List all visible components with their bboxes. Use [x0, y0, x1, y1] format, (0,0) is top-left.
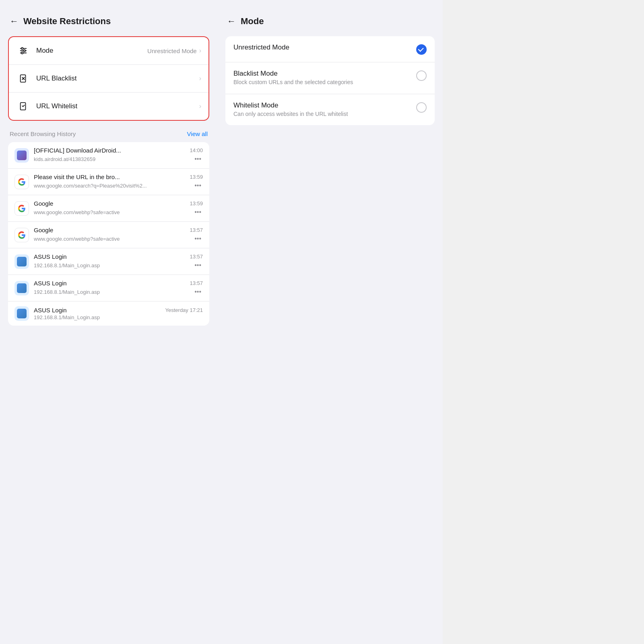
history-time: 13:59	[190, 174, 203, 180]
history-title: Please visit the URL in the bro...	[34, 173, 120, 180]
history-title: Google	[34, 227, 53, 233]
google-icon	[14, 175, 29, 189]
mode-settings-item[interactable]: Mode Unrestricted Mode ›	[9, 37, 208, 64]
history-time: 13:57	[190, 280, 203, 286]
blacklist-mode-label: Blacklist Mode	[233, 70, 416, 78]
history-item[interactable]: Google 13:57 www.google.com/webhp?safe=a…	[8, 221, 209, 248]
history-url: 192.168.8.1/Main_Login.asp	[34, 262, 100, 268]
svg-point-4	[23, 50, 25, 52]
whitelist-mode-text: Whitelist Mode Can only access websites …	[233, 101, 416, 118]
view-all-button[interactable]: View all	[187, 130, 208, 137]
history-time: 13:57	[190, 254, 203, 260]
history-time: 13:57	[190, 227, 203, 233]
history-item[interactable]: Please visit the URL in the bro... 13:59…	[8, 168, 209, 195]
history-item[interactable]: [OFFICIAL] Download AirDroid... 14:00 ki…	[8, 142, 209, 168]
whitelist-mode-label: Whitelist Mode	[233, 101, 416, 109]
asus-icon	[14, 254, 29, 269]
history-title: ASUS Login	[34, 253, 67, 260]
history-url: www.google.com/search?q=Please%20visit%2…	[34, 183, 147, 189]
history-section-header: Recent Browsing History View all	[8, 130, 209, 137]
history-content: [OFFICIAL] Download AirDroid... 14:00 ki…	[34, 147, 203, 163]
history-item[interactable]: ASUS Login 13:57 192.168.8.1/Main_Login.…	[8, 248, 209, 275]
history-url: www.google.com/webhp?safe=active	[34, 236, 120, 242]
right-back-button[interactable]: ←	[227, 16, 236, 27]
history-url: 192.168.8.1/Main_Login.asp	[34, 314, 100, 320]
sliders-icon	[16, 43, 31, 58]
whitelist-mode-radio[interactable]	[416, 102, 427, 113]
history-content: Please visit the URL in the bro... 13:59…	[34, 173, 203, 190]
unrestricted-mode-radio[interactable]	[416, 44, 427, 55]
history-title: [OFFICIAL] Download AirDroid...	[34, 147, 121, 154]
unrestricted-mode-item[interactable]: Unrestricted Mode	[225, 36, 435, 62]
whitelist-mode-item[interactable]: Whitelist Mode Can only access websites …	[225, 94, 435, 126]
url-whitelist-label: URL Whitelist	[36, 102, 199, 110]
blacklist-mode-item[interactable]: Blacklist Mode Block custom URLs and the…	[225, 62, 435, 94]
history-time: Yesterday 17:21	[165, 307, 203, 313]
left-panel-title: Website Restrictions	[23, 16, 111, 27]
left-back-button[interactable]: ←	[10, 16, 19, 27]
url-whitelist-chevron: ›	[199, 103, 201, 110]
left-panel-header: ← Website Restrictions	[8, 16, 209, 27]
history-title: ASUS Login	[34, 280, 67, 287]
blacklist-icon	[16, 71, 31, 86]
history-url: 192.168.8.1/Main_Login.asp	[34, 289, 100, 295]
more-options-button[interactable]: •••	[193, 261, 203, 270]
history-card: [OFFICIAL] Download AirDroid... 14:00 ki…	[8, 142, 209, 326]
svg-point-3	[21, 47, 23, 50]
google-icon	[14, 201, 29, 216]
whitelist-mode-desc: Can only access websites in the URL whit…	[233, 110, 416, 118]
right-panel: ← Mode Unrestricted Mode Blacklist Mode …	[217, 0, 443, 644]
mode-label: Mode	[36, 47, 147, 55]
history-item[interactable]: ASUS Login Yesterday 17:21 192.168.8.1/M…	[8, 301, 209, 326]
unrestricted-mode-text: Unrestricted Mode	[233, 43, 416, 52]
history-time: 14:00	[190, 147, 203, 153]
mode-chevron: ›	[199, 47, 201, 54]
blacklist-mode-text: Blacklist Mode Block custom URLs and the…	[233, 70, 416, 87]
history-content: ASUS Login 13:57 192.168.8.1/Main_Login.…	[34, 253, 203, 270]
right-panel-title: Mode	[241, 16, 264, 27]
history-time: 13:59	[190, 200, 203, 206]
whitelist-icon	[16, 99, 31, 114]
unrestricted-mode-label: Unrestricted Mode	[233, 43, 416, 52]
history-content: ASUS Login 13:57 192.168.8.1/Main_Login.…	[34, 280, 203, 296]
history-url: www.google.com/webhp?safe=active	[34, 209, 120, 215]
google-icon	[14, 228, 29, 242]
history-content: Google 13:57 www.google.com/webhp?safe=a…	[34, 227, 203, 243]
history-title: Google	[34, 200, 53, 207]
url-whitelist-item[interactable]: URL Whitelist ›	[9, 92, 208, 120]
more-options-button[interactable]: •••	[193, 155, 203, 163]
left-panel: ← Website Restrictions Mode Unrestricted…	[0, 0, 217, 644]
asus-icon	[14, 306, 29, 321]
history-item[interactable]: Google 13:59 www.google.com/webhp?safe=a…	[8, 195, 209, 221]
history-section-label: Recent Browsing History	[10, 130, 76, 137]
url-blacklist-item[interactable]: URL Blacklist ›	[9, 64, 208, 92]
mode-selection-card: Unrestricted Mode Blacklist Mode Block c…	[225, 36, 435, 125]
more-options-button[interactable]: •••	[193, 234, 203, 243]
blacklist-mode-desc: Block custom URLs and the selected categ…	[233, 78, 416, 87]
settings-card: Mode Unrestricted Mode › URL Blacklist ›	[8, 36, 209, 121]
history-url: kids.airdroid.at/413832659	[34, 156, 95, 162]
history-content: ASUS Login Yesterday 17:21 192.168.8.1/M…	[34, 307, 203, 320]
right-panel-header: ← Mode	[225, 16, 435, 27]
url-blacklist-label: URL Blacklist	[36, 74, 199, 83]
airdroid-icon	[14, 148, 29, 163]
history-item[interactable]: ASUS Login 13:57 192.168.8.1/Main_Login.…	[8, 275, 209, 301]
more-options-button[interactable]: •••	[193, 208, 203, 217]
url-blacklist-chevron: ›	[199, 75, 201, 82]
history-title: ASUS Login	[34, 307, 67, 314]
blacklist-mode-radio[interactable]	[416, 70, 427, 81]
more-options-button[interactable]: •••	[193, 181, 203, 190]
asus-icon	[14, 281, 29, 295]
mode-value: Unrestricted Mode	[147, 47, 197, 54]
svg-point-5	[21, 52, 23, 54]
more-options-button[interactable]: •••	[193, 287, 203, 296]
history-content: Google 13:59 www.google.com/webhp?safe=a…	[34, 200, 203, 217]
